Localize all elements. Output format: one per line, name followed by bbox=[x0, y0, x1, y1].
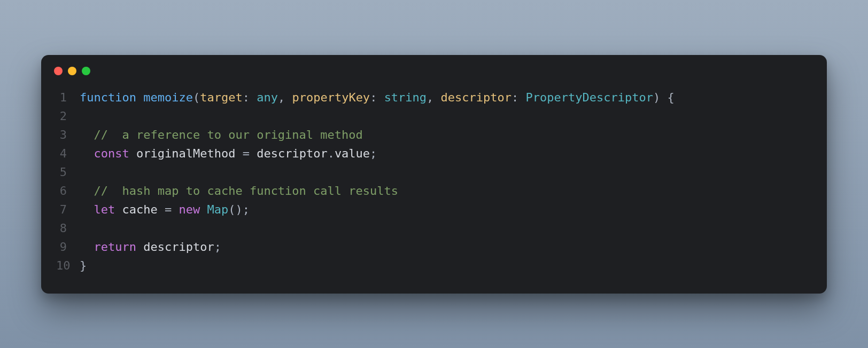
line-number: 2 bbox=[56, 107, 80, 125]
code-token bbox=[200, 203, 207, 216]
code-token: = bbox=[165, 203, 172, 216]
code-content: // a reference to our original method bbox=[80, 125, 812, 144]
code-token: Map bbox=[207, 203, 228, 216]
code-line: 6 // hash map to cache function call res… bbox=[56, 181, 812, 200]
code-content: let cache = new Map(); bbox=[80, 200, 812, 219]
minimize-icon[interactable] bbox=[68, 67, 76, 75]
line-number: 9 bbox=[56, 238, 80, 256]
code-window: 1function memoize(target: any, propertyK… bbox=[41, 55, 827, 294]
code-line: 2 bbox=[56, 107, 812, 125]
close-icon[interactable] bbox=[54, 67, 63, 75]
code-token: : bbox=[370, 91, 384, 104]
code-token bbox=[80, 147, 94, 160]
code-token: new bbox=[179, 203, 200, 216]
code-token: } bbox=[80, 259, 87, 272]
code-token: , bbox=[427, 91, 441, 104]
window-controls bbox=[41, 67, 827, 88]
code-token bbox=[136, 240, 143, 254]
code-token bbox=[235, 147, 242, 160]
line-number: 3 bbox=[56, 125, 80, 144]
code-content bbox=[80, 107, 812, 125]
code-token: // hash map to cache function call resul… bbox=[94, 184, 399, 197]
code-token: ; bbox=[370, 147, 377, 160]
code-token bbox=[250, 147, 257, 160]
code-line: 1function memoize(target: any, propertyK… bbox=[56, 88, 812, 107]
code-line: 8 bbox=[56, 219, 812, 238]
code-token: (); bbox=[228, 203, 250, 216]
code-token: originalMethod bbox=[136, 147, 235, 160]
line-number: 8 bbox=[56, 219, 80, 238]
code-token bbox=[115, 203, 122, 216]
code-token: ( bbox=[193, 91, 200, 104]
code-token: return bbox=[94, 240, 136, 254]
line-number: 10 bbox=[56, 256, 80, 275]
code-token: : bbox=[511, 91, 526, 104]
code-token: descriptor bbox=[143, 240, 214, 254]
code-token: string bbox=[384, 91, 427, 104]
code-token bbox=[80, 240, 94, 254]
code-token bbox=[80, 184, 94, 197]
code-token: memoize bbox=[143, 91, 193, 104]
code-content: // hash map to cache function call resul… bbox=[80, 181, 812, 200]
code-line: 4 const originalMethod = descriptor.valu… bbox=[56, 144, 812, 163]
code-token: propertyKey bbox=[292, 91, 370, 104]
code-token: let bbox=[94, 203, 115, 216]
code-content: const originalMethod = descriptor.value; bbox=[80, 144, 812, 163]
code-token: any bbox=[257, 91, 278, 104]
code-content bbox=[80, 163, 812, 181]
code-token: value bbox=[335, 147, 370, 160]
code-token bbox=[80, 203, 94, 216]
code-line: 9 return descriptor; bbox=[56, 238, 812, 256]
code-token: descriptor bbox=[257, 147, 327, 160]
code-token bbox=[158, 203, 165, 216]
maximize-icon[interactable] bbox=[82, 67, 90, 75]
code-token: = bbox=[243, 147, 250, 160]
code-content bbox=[80, 219, 812, 238]
code-line: 10} bbox=[56, 256, 812, 275]
code-content: function memoize(target: any, propertyKe… bbox=[80, 88, 812, 107]
code-token: target bbox=[200, 91, 242, 104]
code-token bbox=[80, 128, 94, 141]
line-number: 1 bbox=[56, 88, 80, 107]
code-token: const bbox=[94, 147, 129, 160]
line-number: 4 bbox=[56, 144, 80, 163]
code-content: return descriptor; bbox=[80, 238, 812, 256]
code-line: 3 // a reference to our original method bbox=[56, 125, 812, 144]
code-line: 5 bbox=[56, 163, 812, 181]
line-number: 6 bbox=[56, 181, 80, 200]
code-token: . bbox=[328, 147, 335, 160]
code-token: : bbox=[243, 91, 257, 104]
code-token bbox=[129, 147, 136, 160]
code-token: cache bbox=[122, 203, 158, 216]
code-editor: 1function memoize(target: any, propertyK… bbox=[41, 88, 827, 275]
code-token: // a reference to our original method bbox=[94, 128, 363, 141]
code-token: , bbox=[278, 91, 292, 104]
code-token bbox=[172, 203, 179, 216]
code-line: 7 let cache = new Map(); bbox=[56, 200, 812, 219]
code-token: function bbox=[80, 91, 136, 104]
code-token: ) { bbox=[653, 91, 675, 104]
code-token: ; bbox=[214, 240, 221, 254]
line-number: 7 bbox=[56, 200, 80, 219]
code-token: PropertyDescriptor bbox=[526, 91, 653, 104]
line-number: 5 bbox=[56, 163, 80, 181]
code-content: } bbox=[80, 256, 812, 275]
code-token bbox=[136, 91, 143, 104]
code-token: descriptor bbox=[441, 91, 511, 104]
